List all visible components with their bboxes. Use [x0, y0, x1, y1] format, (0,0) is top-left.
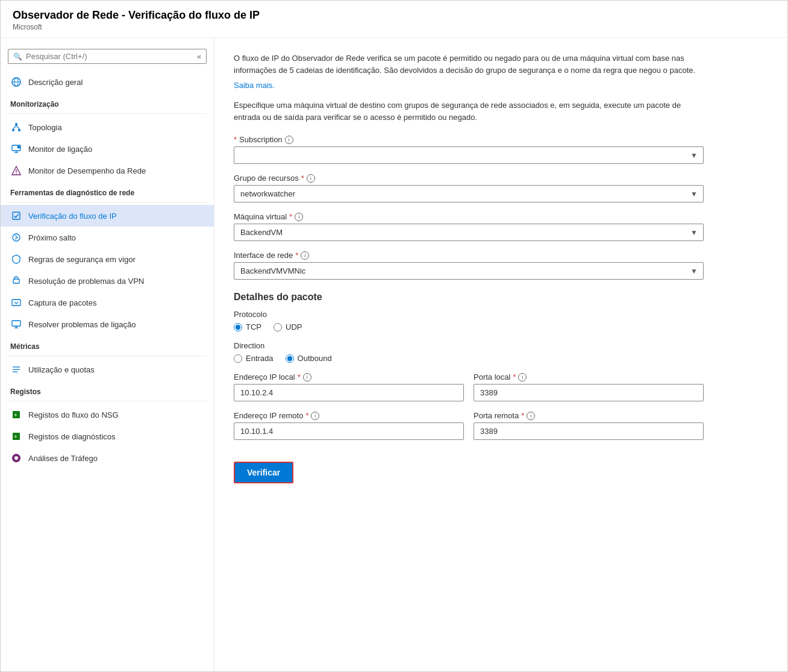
sidebar-utilizacao-label: Utilização e quotas: [28, 365, 95, 374]
monitor-ligacao-icon: [10, 143, 22, 155]
remote-port-info-icon[interactable]: i: [527, 412, 535, 420]
sidebar-monitor-desempenho-label: Monitor de Desempenho da Rede: [28, 166, 146, 175]
subscription-info-icon[interactable]: i: [285, 136, 293, 144]
resource-group-dropdown[interactable]: networkwatcher: [234, 185, 704, 203]
section-monitorization: Monitorização: [1, 93, 214, 111]
sidebar-item-verificacao[interactable]: Verificação do fluxo de IP: [1, 205, 214, 227]
nsg-flow-icon: +: [10, 409, 22, 421]
nic-label: Interface de rede * i: [234, 251, 704, 260]
direction-outbound-radio[interactable]: Outbound: [286, 354, 332, 363]
required-star-vm: *: [289, 212, 292, 221]
rg-dropdown-wrapper: networkwatcher ▼: [234, 185, 704, 203]
required-star-subscription: *: [234, 135, 237, 144]
sidebar-nsg-flow-label: Registos do fluxo do NSG: [28, 410, 119, 419]
sidebar-item-analises[interactable]: Análises de Tráfego: [1, 447, 214, 469]
local-ip-info-icon[interactable]: i: [303, 373, 311, 382]
protocol-tcp-input[interactable]: [234, 323, 242, 331]
collapse-icon[interactable]: «: [197, 52, 201, 61]
local-port-input[interactable]: [474, 384, 704, 401]
divider-metricas: [8, 356, 207, 356]
direction-entrada-label: Entrada: [246, 354, 274, 363]
svg-text:+: +: [14, 412, 17, 418]
search-input[interactable]: [26, 52, 192, 61]
sidebar: 🔍 « Descrição geral Monitorização Topolo…: [1, 38, 214, 671]
verify-button[interactable]: Verificar: [234, 462, 293, 483]
protocol-udp-input[interactable]: [274, 323, 282, 331]
sidebar-item-overview[interactable]: Descrição geral: [1, 71, 214, 93]
local-ip-port-group: Endereço IP local * i Porta local * i: [234, 372, 704, 401]
required-star-nic: *: [295, 251, 298, 260]
direction-outbound-input[interactable]: [286, 354, 294, 363]
sidebar-proximo-salto-label: Próximo salto: [28, 233, 76, 242]
remote-ip-label: Endereço IP remoto * i: [234, 411, 464, 420]
local-port-group: Porta local * i: [474, 372, 704, 401]
remote-ip-port-group: Endereço IP remoto * i Porta remota * i: [234, 411, 704, 440]
learn-more-link[interactable]: Saiba mais.: [234, 81, 275, 90]
protocol-tcp-label: TCP: [246, 322, 261, 331]
vm-dropdown[interactable]: BackendVM: [234, 224, 704, 241]
title-bar: Observador de Rede - Verificação do flux…: [1, 1, 787, 38]
remote-ip-group: Endereço IP remoto * i: [234, 411, 464, 440]
utilizacao-icon: [10, 363, 22, 375]
sidebar-item-proximo-salto[interactable]: Próximo salto: [1, 227, 214, 248]
sidebar-item-topology[interactable]: Topologia: [1, 116, 214, 138]
remote-ip-info-icon[interactable]: i: [311, 412, 319, 420]
local-port-label: Porta local * i: [474, 372, 704, 382]
sidebar-vpn-label: Resolução de problemas da VPN: [28, 277, 144, 286]
nic-form-group: Interface de rede * i BackendVMVMNic ▼: [234, 251, 704, 280]
protocol-radio-group: TCP UDP: [234, 322, 768, 331]
subscription-dropdown[interactable]: [234, 146, 704, 164]
rg-info-icon[interactable]: i: [307, 174, 315, 183]
sidebar-item-resolver[interactable]: Resolver problemas de ligação: [1, 313, 214, 335]
svg-rect-19: [12, 321, 20, 326]
direction-entrada-radio[interactable]: Entrada: [234, 354, 274, 363]
remote-port-input[interactable]: [474, 422, 704, 440]
sidebar-overview-label: Descrição geral: [28, 78, 83, 87]
divider-ferramentas: [8, 202, 207, 203]
sidebar-item-vpn[interactable]: Resolução de problemas da VPN: [1, 270, 214, 292]
direction-group: Direction Entrada Outbound: [234, 341, 768, 363]
direction-radio-group: Entrada Outbound: [234, 354, 768, 363]
required-star-remote-ip: *: [305, 411, 308, 420]
direction-entrada-input[interactable]: [234, 354, 242, 363]
sidebar-item-diagnosticos[interactable]: + Registos de diagnósticos: [1, 425, 214, 447]
vm-info-icon[interactable]: i: [295, 213, 303, 221]
sidebar-item-regras-seguranca[interactable]: Regras de segurança em vigor: [1, 248, 214, 270]
svg-point-11: [17, 146, 20, 149]
remote-ip-input[interactable]: [234, 422, 464, 440]
description-2: Especifique uma máquina virtual de desti…: [234, 99, 704, 123]
proximo-salto-icon: [10, 231, 22, 243]
sidebar-item-nsg-flow[interactable]: + Registos do fluxo do NSG: [1, 404, 214, 425]
svg-text:+: +: [14, 433, 17, 440]
nic-dropdown[interactable]: BackendVMVMNic: [234, 262, 704, 280]
svg-rect-17: [13, 279, 19, 283]
required-star-rg: *: [301, 174, 304, 183]
remote-port-group: Porta remota * i: [474, 411, 704, 440]
search-box: 🔍 «: [8, 49, 207, 64]
divider-registos: [8, 401, 207, 401]
sidebar-analises-label: Análises de Tráfego: [28, 454, 98, 463]
diagnosticos-icon: +: [10, 430, 22, 442]
protocol-udp-radio[interactable]: UDP: [274, 322, 302, 331]
sidebar-diagnosticos-label: Registos de diagnósticos: [28, 432, 116, 441]
sidebar-item-captura[interactable]: Captura de pacotes: [1, 292, 214, 313]
local-port-info-icon[interactable]: i: [518, 373, 527, 382]
local-ip-label: Endereço IP local * i: [234, 372, 464, 382]
sidebar-item-monitor-desempenho[interactable]: Monitor de Desempenho da Rede: [1, 160, 214, 181]
sidebar-item-utilizacao[interactable]: Utilização e quotas: [1, 359, 214, 380]
nic-info-icon[interactable]: i: [301, 251, 309, 260]
sidebar-item-monitor-ligacao[interactable]: Monitor de ligação: [1, 138, 214, 160]
svg-point-14: [16, 173, 17, 174]
svg-rect-18: [12, 300, 20, 306]
resource-group-form-group: Grupo de recursos * i networkwatcher ▼: [234, 174, 704, 203]
protocol-tcp-radio[interactable]: TCP: [234, 322, 261, 331]
local-ip-input[interactable]: [234, 384, 464, 401]
monitor-desempenho-icon: [10, 165, 22, 177]
sidebar-regras-label: Regras de segurança em vigor: [28, 255, 136, 264]
resolver-icon: [10, 318, 22, 330]
svg-line-6: [13, 125, 16, 129]
app-subtitle: Microsoft: [13, 23, 775, 31]
svg-point-16: [13, 234, 20, 241]
section-ferramentas: Ferramentas de diagnóstico de rede: [1, 181, 214, 199]
subscription-dropdown-wrapper: ▼: [234, 146, 704, 164]
